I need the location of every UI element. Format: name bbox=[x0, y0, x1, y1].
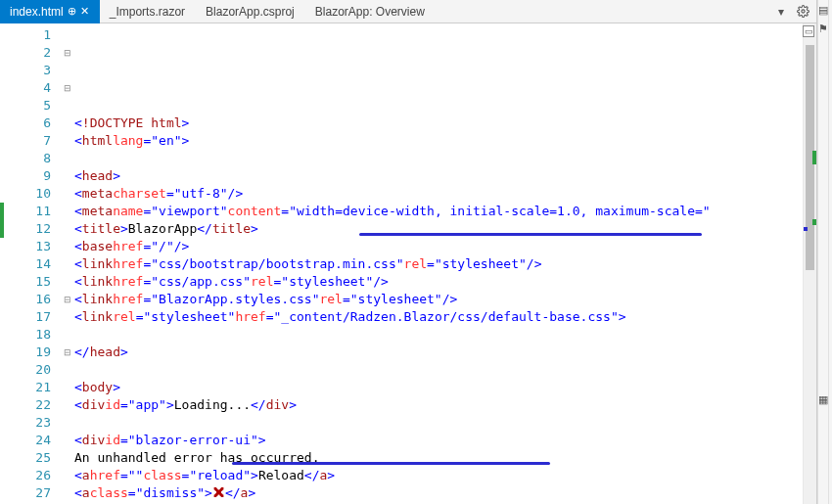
code-line[interactable]: <body> bbox=[74, 379, 803, 396]
tab-overflow-dropdown-icon[interactable]: ▾ bbox=[773, 4, 789, 20]
flag-icon[interactable]: ⚑ bbox=[818, 23, 828, 35]
code-line[interactable]: <link rel="stylesheet" href="_content/Ra… bbox=[74, 308, 803, 326]
code-line[interactable]: <a class="dismiss">🗙</a> bbox=[74, 484, 803, 502]
chart-icon[interactable]: ▤ bbox=[818, 4, 828, 17]
split-editor-icon[interactable]: ▭ bbox=[803, 25, 814, 37]
tab-label: BlazorApp.csproj bbox=[206, 5, 295, 19]
tab-bar: index.html ⊕ ✕ _Imports.razor BlazorApp.… bbox=[0, 0, 816, 23]
code-line[interactable] bbox=[74, 414, 803, 432]
tab-label: index.html bbox=[10, 5, 64, 19]
code-line[interactable] bbox=[74, 326, 803, 344]
code-content[interactable]: <!DOCTYPE html><html lang="en"><head> <m… bbox=[74, 23, 803, 504]
tab-label: BlazorApp: Overview bbox=[315, 5, 425, 19]
code-line[interactable]: <link href="css/app.css" rel="stylesheet… bbox=[74, 273, 803, 291]
code-line[interactable]: <div id="blazor-error-ui"> bbox=[74, 432, 803, 449]
code-line[interactable]: </head> bbox=[74, 344, 803, 361]
fold-gutter[interactable]: ⊟⊟⊟⊟ bbox=[61, 23, 74, 504]
grid-icon[interactable]: ▦ bbox=[818, 393, 828, 406]
annotation-underline bbox=[232, 462, 550, 465]
code-line[interactable]: <meta name="viewport" content="width=dev… bbox=[74, 203, 803, 220]
right-tool-icons: ▤ ⚑ ▦ bbox=[817, 0, 828, 504]
tab-blazorapp-csproj[interactable]: BlazorApp.csproj bbox=[196, 0, 305, 23]
code-line[interactable]: <!DOCTYPE html> bbox=[74, 115, 803, 132]
tab-imports-razor[interactable]: _Imports.razor bbox=[100, 0, 196, 23]
line-number-gutter: 1234567891011121314151617181920212223242… bbox=[4, 23, 61, 504]
right-docked-panel: Solu Sea Solu Prop bbox=[828, 0, 832, 504]
svg-point-0 bbox=[801, 10, 804, 13]
code-line[interactable] bbox=[74, 361, 803, 379]
gear-icon[interactable] bbox=[795, 4, 810, 20]
pin-icon[interactable]: ⊕ bbox=[68, 5, 76, 18]
code-line[interactable] bbox=[74, 150, 803, 167]
tab-label: _Imports.razor bbox=[110, 5, 185, 19]
code-editor[interactable]: 1234567891011121314151617181920212223242… bbox=[0, 23, 816, 504]
code-line[interactable]: <link href="BlazorApp.styles.css" rel="s… bbox=[74, 291, 803, 308]
code-line[interactable]: <a href="" class="reload">Reload</a> bbox=[74, 467, 803, 484]
annotation-underline bbox=[359, 233, 702, 236]
code-line[interactable]: <meta charset="utf-8" /> bbox=[74, 185, 803, 203]
code-line[interactable]: <link href="css/bootstrap/bootstrap.min.… bbox=[74, 255, 803, 273]
code-line[interactable]: <html lang="en"> bbox=[74, 132, 803, 150]
overview-ruler[interactable]: ▭ bbox=[803, 23, 816, 504]
close-icon[interactable]: ✕ bbox=[80, 5, 89, 18]
code-line[interactable]: <div id="app">Loading...</div> bbox=[74, 396, 803, 414]
code-line[interactable]: <head> bbox=[74, 167, 803, 185]
code-line[interactable]: <base href="/" /> bbox=[74, 238, 803, 255]
tab-index-html[interactable]: index.html ⊕ ✕ bbox=[0, 0, 100, 23]
tab-blazorapp-overview[interactable]: BlazorApp: Overview bbox=[305, 0, 436, 23]
